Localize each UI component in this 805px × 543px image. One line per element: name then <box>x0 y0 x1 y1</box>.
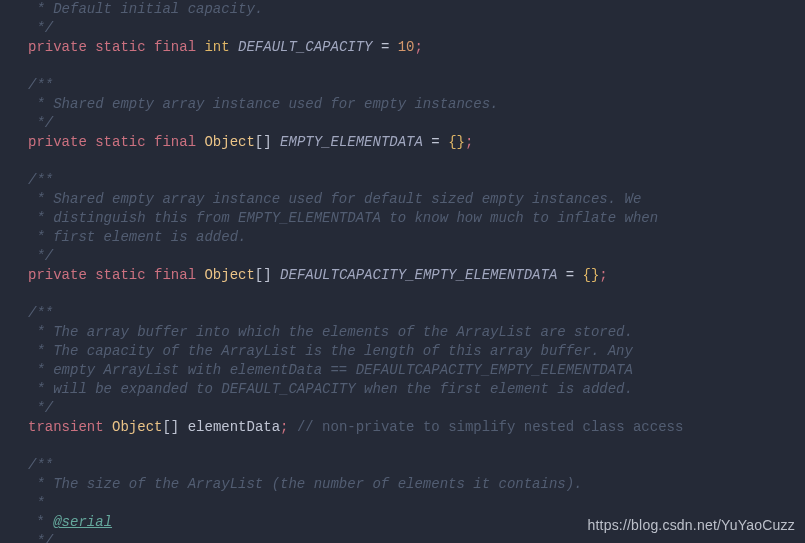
assign: = <box>423 134 448 150</box>
type-int: int <box>204 39 229 55</box>
array-brackets: [] <box>255 267 280 283</box>
comment-text: * Default initial capacity. <box>28 1 263 17</box>
keywords: private static final <box>28 39 196 55</box>
code-line-highlighted: * first element is added. <box>28 228 805 247</box>
code-line: * <box>28 494 805 513</box>
blank-line <box>28 437 805 456</box>
comment-text: * empty ArrayList with elementData == DE… <box>28 362 633 378</box>
code-line: /** <box>28 456 805 475</box>
comment-end: */ <box>28 533 53 543</box>
comment-end: */ <box>28 20 53 36</box>
const-name: EMPTY_ELEMENTDATA <box>280 134 423 150</box>
comment-text: * <box>28 495 45 511</box>
empty-braces: {} <box>583 267 600 283</box>
keywords: private static final <box>28 134 196 150</box>
comment-text: * first element is added. <box>28 229 246 245</box>
code-line: * distinguish this from EMPTY_ELEMENTDAT… <box>28 209 805 228</box>
const-name: DEFAULTCAPACITY_EMPTY_ELEMENTDATA <box>280 267 557 283</box>
code-line: /** <box>28 171 805 190</box>
semicolon: ; <box>465 134 473 150</box>
semicolon: ; <box>280 419 288 435</box>
code-line: * Shared empty array instance used for d… <box>28 190 805 209</box>
field-name: elementData <box>188 419 280 435</box>
blank-line <box>28 285 805 304</box>
code-line: * The capacity of the ArrayList is the l… <box>28 342 805 361</box>
javadoc-start: /** <box>28 305 53 321</box>
line-comment: // non-private to simplify nested class … <box>289 419 684 435</box>
code-line: * Shared empty array instance used for e… <box>28 95 805 114</box>
semicolon: ; <box>599 267 607 283</box>
keywords: private static final <box>28 267 196 283</box>
code-line: /** <box>28 304 805 323</box>
code-line: transient Object[] elementData; // non-p… <box>28 418 805 437</box>
code-line: private static final Object[] DEFAULTCAP… <box>28 266 805 285</box>
comment-text: * distinguish this from EMPTY_ELEMENTDAT… <box>28 210 658 226</box>
assign: = <box>557 267 582 283</box>
array-brackets: [] <box>162 419 187 435</box>
comment-text: * will be expanded to DEFAULT_CAPACITY w… <box>28 381 633 397</box>
comment-end: */ <box>28 248 53 264</box>
javadoc-start: /** <box>28 77 53 93</box>
code-line: * The array buffer into which the elemen… <box>28 323 805 342</box>
array-brackets: [] <box>255 134 280 150</box>
watermark-text: https://blog.csdn.net/YuYaoCuzz <box>587 516 795 535</box>
comment-end: */ <box>28 115 53 131</box>
type-object: Object <box>204 267 254 283</box>
number-literal: 10 <box>398 39 415 55</box>
code-line: * The size of the ArrayList (the number … <box>28 475 805 494</box>
const-name: DEFAULT_CAPACITY <box>238 39 372 55</box>
type-object: Object <box>112 419 162 435</box>
comment-text: * The array buffer into which the elemen… <box>28 324 633 340</box>
blank-line <box>28 57 805 76</box>
semicolon: ; <box>415 39 423 55</box>
javadoc-start: /** <box>28 172 53 188</box>
code-line: */ <box>28 247 805 266</box>
blank-line <box>28 152 805 171</box>
comment-star: * <box>28 514 53 530</box>
code-line: */ <box>28 114 805 133</box>
comment-text: * Shared empty array instance used for e… <box>28 96 498 112</box>
code-editor: * Default initial capacity. */ private s… <box>0 0 805 543</box>
type-object: Object <box>204 134 254 150</box>
comment-text: * The size of the ArrayList (the number … <box>28 476 583 492</box>
code-line: private static final Object[] EMPTY_ELEM… <box>28 133 805 152</box>
code-line: */ <box>28 399 805 418</box>
assign: = <box>372 39 397 55</box>
javadoc-start: /** <box>28 457 53 473</box>
comment-text: * Shared empty array instance used for d… <box>28 191 641 207</box>
comment-end: */ <box>28 400 53 416</box>
code-line: */ <box>28 19 805 38</box>
javadoc-tag-serial: @serial <box>53 514 112 530</box>
code-line: private static final int DEFAULT_CAPACIT… <box>28 38 805 57</box>
keyword-transient: transient <box>28 419 104 435</box>
empty-braces: {} <box>448 134 465 150</box>
code-line: * empty ArrayList with elementData == DE… <box>28 361 805 380</box>
code-line: * Default initial capacity. <box>28 0 805 19</box>
code-line: * will be expanded to DEFAULT_CAPACITY w… <box>28 380 805 399</box>
code-line: /** <box>28 76 805 95</box>
comment-text: * The capacity of the ArrayList is the l… <box>28 343 633 359</box>
